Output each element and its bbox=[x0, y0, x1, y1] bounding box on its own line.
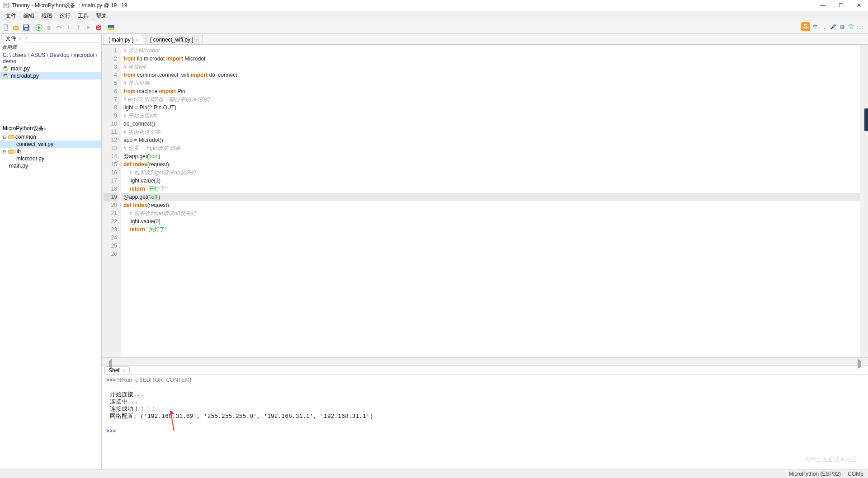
code-line: light.value(1) bbox=[123, 177, 858, 185]
tree-toggle-icon[interactable]: ⊟ bbox=[2, 149, 7, 154]
code-line: def index(request): bbox=[123, 201, 858, 209]
file-name: connect_wifi.py bbox=[16, 141, 53, 147]
folder-icon bbox=[8, 148, 14, 155]
files-panel-tab[interactable]: 文件 × bbox=[1, 34, 25, 43]
step-out-button[interactable] bbox=[74, 23, 83, 32]
app-icon bbox=[3, 2, 9, 9]
folder-icon bbox=[8, 134, 14, 140]
code-line: # 导入引脚 bbox=[123, 79, 858, 87]
tab-label: [ connect_wifi.py ] bbox=[150, 37, 193, 43]
close-icon[interactable]: × bbox=[19, 36, 21, 41]
folder-item[interactable]: ⊟lib bbox=[0, 148, 101, 155]
new-file-button[interactable] bbox=[2, 23, 11, 32]
menu-edit[interactable]: 编辑 bbox=[20, 12, 38, 20]
watermark-text: @稀土掘金技术社区 bbox=[804, 455, 857, 464]
close-icon[interactable]: × bbox=[196, 37, 198, 42]
minimize-button[interactable]: — bbox=[814, 0, 832, 11]
code-line: from common.connect_wifi import do_conne… bbox=[123, 71, 858, 79]
support-ukraine-icon[interactable] bbox=[107, 23, 116, 32]
step-into-button[interactable] bbox=[64, 23, 73, 32]
breadcrumb-part[interactable]: Users bbox=[12, 52, 26, 58]
local-path-breadcrumb[interactable]: C: \ Users \ ASUS \ Desktop \ microdot \… bbox=[0, 52, 101, 65]
code-line: from machine import Pin bbox=[123, 87, 858, 95]
code-line: do_connect() bbox=[123, 120, 858, 128]
tree-toggle-icon[interactable]: ⊟ bbox=[2, 135, 7, 140]
code-content[interactable]: # 导入Microdotfrom lib.microdot import Mic… bbox=[121, 45, 860, 357]
svg-marker-17 bbox=[87, 25, 90, 30]
editor-tab[interactable]: [ main.py ]× bbox=[104, 35, 143, 44]
horizontal-scrollbar[interactable] bbox=[102, 357, 868, 365]
file-item[interactable]: main.py bbox=[0, 162, 101, 169]
open-file-button[interactable] bbox=[12, 23, 21, 32]
panel-menu-icon[interactable]: ≡ bbox=[44, 127, 48, 131]
step-over-button[interactable] bbox=[54, 23, 63, 32]
svg-text:STOP: STOP bbox=[97, 24, 102, 30]
close-icon[interactable]: × bbox=[123, 368, 126, 373]
ime-skin-icon[interactable]: 👕 bbox=[847, 23, 855, 31]
code-line: light = Pin(2,Pin.OUT) bbox=[123, 103, 858, 112]
code-line: from lib.microdot import Microdot bbox=[123, 55, 858, 63]
svg-rect-20 bbox=[108, 25, 114, 28]
files-panel-label: 文件 bbox=[5, 35, 16, 42]
code-line: def index(request): bbox=[123, 160, 858, 169]
file-item[interactable]: connect_wifi.py bbox=[0, 141, 101, 148]
breadcrumb-part[interactable]: C: bbox=[3, 52, 8, 58]
menu-run[interactable]: 运行 bbox=[56, 12, 74, 20]
code-line: # 设置一个get请求 如果 bbox=[123, 144, 858, 152]
device-panel-header: MicroPython设备 bbox=[0, 125, 44, 132]
debug-button[interactable] bbox=[44, 23, 53, 32]
menu-view[interactable]: 视图 bbox=[38, 12, 56, 20]
code-line: # 连接wifi bbox=[123, 63, 858, 71]
sogou-ime-icon[interactable]: S bbox=[801, 22, 810, 31]
shell-prompt: >>> bbox=[106, 377, 117, 383]
file-name: microdot.py bbox=[16, 155, 44, 162]
breadcrumb-part[interactable]: microdot bbox=[74, 52, 94, 58]
ime-mic-icon[interactable]: 🎤 bbox=[829, 23, 837, 31]
editor-tab[interactable]: [ connect_wifi.py ]× bbox=[145, 35, 203, 44]
editor-tab-strip: [ main.py ]×[ connect_wifi.py ]× bbox=[102, 34, 868, 45]
sidebar: 文件 × ≡ 此电脑 C: \ Users \ ASUS \ Desktop \… bbox=[0, 34, 102, 469]
close-button[interactable]: ✕ bbox=[850, 0, 868, 11]
breadcrumb-part[interactable]: Desktop bbox=[50, 52, 70, 58]
status-port[interactable]: COM5 bbox=[848, 471, 863, 477]
ime-punct[interactable]: ， bbox=[820, 23, 828, 31]
breadcrumb-part[interactable]: ASUS bbox=[31, 52, 46, 58]
menu-file[interactable]: 文件 bbox=[2, 12, 20, 20]
annotation-arrow-icon bbox=[170, 408, 179, 436]
ime-menu-icon[interactable]: ⋮⋮ bbox=[856, 23, 864, 31]
run-button[interactable] bbox=[34, 23, 43, 32]
shell-output[interactable]: >>> %Run -c $EDITOR_CONTENT 开始连接... 连接中.… bbox=[102, 375, 868, 469]
ime-keyboard-icon[interactable]: ▦ bbox=[838, 23, 846, 31]
code-line: # esp32 引脚2是一颗自带的 led的灯 bbox=[123, 95, 858, 103]
breadcrumb-part[interactable]: demo bbox=[3, 58, 16, 65]
file-item[interactable]: main.py bbox=[0, 65, 101, 72]
svg-rect-21 bbox=[108, 28, 114, 30]
file-name: main.py bbox=[11, 66, 30, 72]
shell-run-command: %Run -c $EDITOR_CONTENT bbox=[117, 377, 192, 383]
status-sep: · bbox=[844, 471, 845, 477]
svg-rect-5 bbox=[24, 25, 28, 27]
folder-name: common bbox=[15, 134, 36, 140]
folder-item[interactable]: ⊟common bbox=[0, 133, 101, 141]
file-item[interactable]: microdot.py bbox=[0, 72, 101, 80]
ime-lang[interactable]: 中 bbox=[811, 23, 819, 31]
status-device[interactable]: MicroPython (ESP32) bbox=[789, 471, 841, 477]
menu-tools[interactable]: 工具 bbox=[74, 12, 92, 20]
side-panel-handle[interactable] bbox=[864, 108, 868, 131]
code-line: # 如果收到get请求off就关灯 bbox=[123, 209, 858, 217]
code-editor[interactable]: 1234567891011121314151617181920212223242… bbox=[102, 45, 868, 357]
code-line: @app.get('/on') bbox=[123, 152, 858, 160]
vertical-scrollbar[interactable] bbox=[860, 45, 868, 357]
code-line: return "开灯了" bbox=[123, 185, 858, 193]
save-button[interactable] bbox=[22, 23, 31, 32]
svg-marker-14 bbox=[67, 28, 70, 29]
close-icon[interactable]: × bbox=[136, 37, 138, 42]
stop-button[interactable]: STOP bbox=[94, 23, 103, 32]
menu-help[interactable]: 帮助 bbox=[92, 12, 110, 20]
resume-button[interactable] bbox=[84, 23, 93, 32]
code-line: # 开始连接wifi bbox=[123, 112, 858, 120]
panel-menu-icon[interactable]: ≡ bbox=[25, 36, 30, 41]
file-item[interactable]: microdot.py bbox=[0, 155, 101, 162]
maximize-button[interactable]: ☐ bbox=[832, 0, 850, 11]
shell-prompt[interactable]: >>> bbox=[106, 428, 117, 434]
